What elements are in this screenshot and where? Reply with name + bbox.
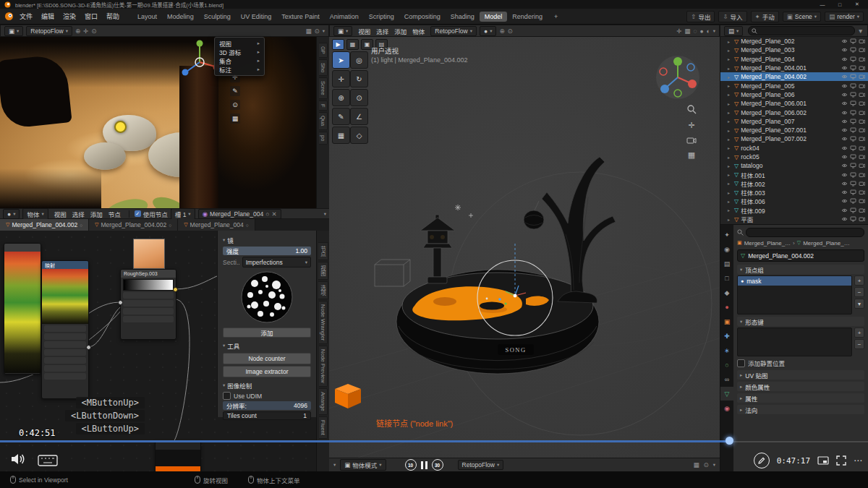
fullscreen-icon[interactable] [836,455,846,466]
outliner-row[interactable]: ▸ ▽ Merged_Plane_002 [720,37,868,46]
play-mode-icon[interactable]: ▶ [332,39,344,50]
retopoflow-menu[interactable]: RetopoFlow▾ [26,26,72,36]
skip-back-button[interactable]: 10 [405,459,417,471]
overlay-icon[interactable]: ▦ [306,27,312,35]
disable-render-camera-icon[interactable] [859,145,865,151]
extra-tool[interactable]: ◇ [350,127,368,144]
skip-forward-button[interactable]: 30 [432,459,443,471]
orientation-selector[interactable]: ●▾ [480,26,496,36]
expand-icon[interactable]: ▸ [728,145,732,150]
disable-render-camera-icon[interactable] [859,154,865,160]
expand-icon[interactable]: ▸ [728,217,732,222]
tool-grid-icon[interactable]: ▦ [230,114,240,124]
outliner-row[interactable]: ▸ ▽ Merged_Plane_003 [720,46,868,54]
collapsed-section-header[interactable]: ▸ 属性 [737,393,864,403]
hide-viewport-eye-icon[interactable] [841,38,848,44]
hide-viewport-eye-icon[interactable] [841,127,848,133]
disable-render-camera-icon[interactable] [859,83,865,89]
disable-render-camera-icon[interactable] [859,136,865,142]
add-button[interactable]: 添加 [223,328,311,338]
viewlayer-selector[interactable]: ▤render▾ [825,12,864,22]
panel-title[interactable]: 图像绘制 [227,381,252,390]
light-object-marker[interactable] [114,121,127,133]
disable-viewport-monitor-icon[interactable] [850,181,856,187]
side-tab[interactable]: Arrange [319,388,328,415]
add-workspace-button[interactable]: + [549,12,563,22]
disable-viewport-monitor-icon[interactable] [850,92,856,98]
shader-menu-item[interactable]: 添加 [88,210,106,219]
outliner-row[interactable]: ▸ ▽ Merged_Plane_007 [720,117,868,126]
expand-icon[interactable]: ▸ [728,128,732,133]
blender-app-icon[interactable] [4,12,14,21]
shader-menu-item[interactable]: 选择 [69,210,88,219]
disable-viewport-monitor-icon[interactable] [850,207,856,213]
editor-type-button[interactable]: ▤▾ [724,26,743,36]
side-tab[interactable]: F [319,100,328,111]
outliner-row[interactable]: ▸ ▽ 柱体.002 [720,179,868,188]
disable-viewport-monitor-icon[interactable] [850,189,856,195]
menu-item[interactable]: 窗口 [80,12,102,22]
slot-selector[interactable]: 槽 1▾ [171,208,195,220]
side-tab[interactable]: 选项 [318,281,328,299]
tab-pin-icon[interactable]: ○ [169,223,171,228]
expand-icon[interactable]: ▸ [728,172,732,177]
shading-wireframe-icon[interactable]: ◌ [693,27,697,35]
render-preview-viewport[interactable] [0,37,316,208]
hide-viewport-eye-icon[interactable] [841,110,848,116]
viewport-menu-item[interactable]: 视图 [355,27,373,36]
disable-render-camera-icon[interactable] [859,65,865,71]
disable-render-camera-icon[interactable] [859,56,865,62]
pause-button[interactable] [421,461,427,469]
disable-viewport-monitor-icon[interactable] [850,119,856,124]
expand-icon[interactable]: ▸ [728,74,732,80]
side-tab[interactable]: Scree [319,77,328,99]
expand-icon[interactable]: ▸ [728,83,732,88]
progress-bar-remaining[interactable] [733,441,868,442]
tool-draw-icon[interactable]: ✎ [230,86,240,96]
disable-render-camera-icon[interactable] [859,163,865,168]
unlink-icon[interactable]: ✕ [271,210,276,218]
expand-icon[interactable]: ▸ [728,207,732,213]
measure-tool[interactable]: ∠ [350,108,368,125]
shading-icon[interactable]: ⊙ [704,461,709,468]
hide-viewport-eye-icon[interactable] [841,56,848,62]
workspace-tab[interactable]: UV Editing [236,12,277,22]
hide-viewport-eye-icon[interactable] [841,74,848,80]
menu-item[interactable]: 帮助 [102,12,124,22]
outliner-row[interactable]: ▸ ▽ 平面 [720,215,868,223]
hide-viewport-eye-icon[interactable] [841,172,848,178]
properties-tab-icon[interactable]: ○ [720,358,733,372]
outliner-row[interactable]: ▸ ▽ Merged_Plane_006.002 [720,108,868,116]
editor-type-button[interactable]: ▣▾ [333,26,352,36]
expand-icon[interactable]: ▸ [728,199,732,204]
shader-menu-item[interactable]: 节点 [106,210,124,219]
workspace-tab[interactable]: Animation [325,12,364,22]
outliner-row[interactable]: ▸ ▽ rock04 [720,144,868,153]
export-button[interactable]: ⇧导出 [686,11,715,22]
outliner-row[interactable]: ▸ ▽ rock05 [720,153,868,161]
add-cube-tool[interactable]: ▦ [332,127,350,144]
expand-icon[interactable]: ▸ [728,101,732,106]
disable-viewport-monitor-icon[interactable] [850,56,856,62]
panel-title[interactable]: 工具 [227,341,239,350]
properties-tab-icon[interactable]: □ [720,271,733,285]
workspace-tab[interactable]: Layout [132,12,162,22]
grid-icon[interactable]: ▦ [688,150,695,160]
imperfections-dropdown[interactable]: Imperfections▾ [242,257,311,267]
side-tab[interactable]: Node Wrangler [319,301,328,344]
disable-render-camera-icon[interactable] [859,181,865,187]
add-group-button[interactable]: + [854,275,864,286]
editor-type-button[interactable]: ●▾ [3,209,20,219]
expand-icon[interactable]: ▸ [728,48,732,53]
maximize-button[interactable]: □ [833,2,846,7]
shading-solid-icon[interactable]: ● [699,27,703,35]
properties-tab-icon[interactable]: ✚ [720,329,733,343]
outliner-row[interactable]: ▸ ▽ Merged_Plane_006 [720,90,868,99]
material-tab[interactable]: ▽ Merged_Plane_004.002 ○ [89,219,178,231]
workspace-tab[interactable]: Compositing [399,12,446,22]
properties-tab-icon[interactable]: ▽ [720,387,733,401]
hide-viewport-eye-icon[interactable] [841,207,848,213]
outliner-row[interactable]: ▸ ▽ 柱体.009 [720,206,868,215]
hide-viewport-eye-icon[interactable] [841,47,848,53]
outliner-row[interactable]: ▸ ▽ Merged_Plane_004.001 [720,64,868,72]
